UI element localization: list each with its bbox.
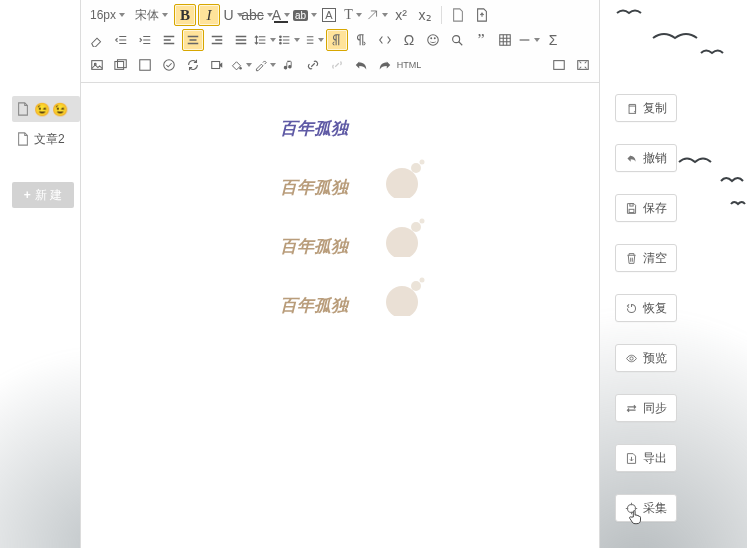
fullscreen-button[interactable] [548, 54, 570, 76]
save-button[interactable]: 保存 [615, 194, 677, 222]
svg-rect-14 [212, 62, 220, 69]
shape-button[interactable] [134, 54, 156, 76]
sync-button[interactable]: 同步 [615, 394, 677, 422]
indent-button[interactable] [134, 29, 156, 51]
svg-point-15 [239, 67, 241, 69]
list-ol-button[interactable] [302, 29, 324, 51]
bird-icon [678, 155, 712, 169]
text-border-button[interactable]: A [318, 4, 340, 26]
search-button[interactable] [446, 29, 468, 51]
svg-rect-7 [500, 35, 511, 46]
new-doc-button[interactable]: + 新 建 [12, 182, 74, 208]
restore-button[interactable]: 恢复 [615, 294, 677, 322]
circle-check-button[interactable] [158, 54, 180, 76]
align-left-button[interactable] [158, 29, 180, 51]
subscript-button[interactable]: x₂ [414, 4, 436, 26]
sidebar-doc-2[interactable]: 文章2 [12, 126, 80, 152]
text-effect-button[interactable]: T [342, 4, 364, 26]
svg-point-24 [386, 286, 418, 316]
strikethrough-button[interactable]: abc [246, 4, 268, 26]
refresh-button[interactable] [182, 54, 204, 76]
svg-point-1 [280, 39, 282, 41]
content-line: 百年孤独 [280, 294, 400, 317]
expand-button[interactable] [572, 54, 594, 76]
copy-button[interactable]: 复制 [615, 94, 677, 122]
file-icon [16, 102, 30, 116]
svg-point-13 [164, 60, 175, 71]
undo-icon [625, 152, 638, 165]
list-ul-button[interactable] [278, 29, 300, 51]
editor-canvas[interactable]: 百年孤独 百年孤独 百年孤独 百年孤独 [81, 83, 599, 373]
svg-point-23 [420, 219, 425, 224]
image-button[interactable] [86, 54, 108, 76]
sigma-button[interactable]: Σ [542, 29, 564, 51]
content-line: 百年孤独 [280, 117, 400, 140]
unlink-button[interactable] [326, 54, 348, 76]
font-color-button[interactable]: A [270, 4, 292, 26]
outdent-button[interactable] [110, 29, 132, 51]
svg-rect-8 [92, 61, 103, 70]
bold-button[interactable]: B [174, 4, 196, 26]
bird-icon [700, 48, 724, 58]
sidebar-doc-1[interactable]: 😉 😉 [12, 96, 80, 122]
table-button[interactable] [494, 29, 516, 51]
emoji-icon: 😉 [34, 102, 50, 117]
eyedropper-button[interactable] [254, 54, 276, 76]
svg-point-30 [630, 356, 633, 359]
editor-toolbar: 16px 宋体 B I U abc A ab A T x² x₂ [81, 0, 599, 83]
export-icon [625, 452, 638, 465]
link-button[interactable] [302, 54, 324, 76]
preview-button[interactable]: 预览 [615, 344, 677, 372]
editor-panel: 16px 宋体 B I U abc A ab A T x² x₂ [80, 0, 600, 548]
font-family-select[interactable]: 宋体 [131, 4, 172, 26]
clear-button[interactable]: 清空 [615, 244, 677, 272]
quote-button[interactable]: ” [470, 29, 492, 51]
superscript-button[interactable]: x² [390, 4, 412, 26]
paint-bucket-button[interactable] [230, 54, 252, 76]
svg-point-6 [453, 36, 460, 43]
eraser-button[interactable] [86, 29, 108, 51]
svg-rect-29 [630, 203, 633, 205]
sidebar-item-label: 文章2 [34, 131, 65, 148]
italic-button[interactable]: I [198, 4, 220, 26]
gallery-button[interactable] [110, 54, 132, 76]
new-page-button[interactable] [447, 4, 469, 26]
bubble-icon [380, 217, 430, 257]
save-icon [625, 202, 638, 215]
insert-code-button[interactable] [374, 29, 396, 51]
align-right-button[interactable] [206, 29, 228, 51]
svg-point-2 [280, 42, 282, 44]
svg-rect-16 [554, 61, 565, 70]
svg-point-19 [411, 163, 421, 173]
file-icon [16, 132, 30, 146]
redo-button[interactable] [374, 54, 396, 76]
align-justify-button[interactable] [230, 29, 252, 51]
svg-point-31 [627, 504, 635, 512]
svg-rect-28 [629, 209, 634, 212]
bubble-icon [380, 158, 430, 198]
bird-icon [730, 200, 746, 208]
font-size-select[interactable]: 16px [86, 4, 129, 26]
content-line: 百年孤独 [280, 235, 400, 258]
emoji-button[interactable] [422, 29, 444, 51]
collect-button[interactable]: 采集 [615, 494, 677, 522]
clear-format-button[interactable] [366, 4, 388, 26]
video-button[interactable] [206, 54, 228, 76]
undo-button[interactable] [350, 54, 372, 76]
plus-icon: + [24, 188, 31, 202]
music-button[interactable] [278, 54, 300, 76]
omega-button[interactable]: Ω [398, 29, 420, 51]
rtl-button[interactable] [350, 29, 372, 51]
hr-button[interactable] [518, 29, 540, 51]
html-button[interactable]: HTML [398, 54, 420, 76]
bird-icon [720, 175, 744, 187]
align-center-button[interactable] [182, 29, 204, 51]
line-height-button[interactable] [254, 29, 276, 51]
undo-action-button[interactable]: 撤销 [615, 144, 677, 172]
svg-rect-12 [140, 60, 151, 71]
svg-point-20 [420, 160, 425, 165]
ltr-button[interactable] [326, 29, 348, 51]
export-button[interactable]: 导出 [615, 444, 677, 472]
export-page-button[interactable] [471, 4, 493, 26]
bg-color-button[interactable]: ab [294, 4, 316, 26]
